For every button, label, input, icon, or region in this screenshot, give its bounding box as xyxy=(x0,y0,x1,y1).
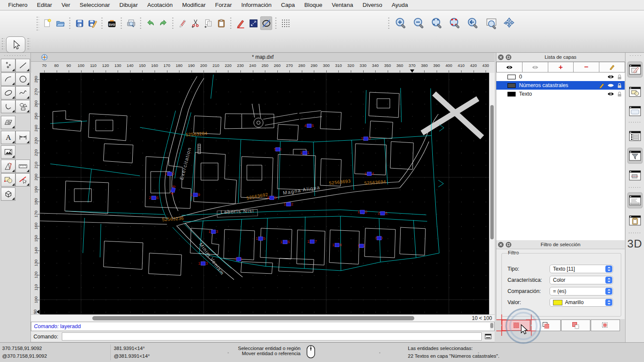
block-list-panel-toggle[interactable] xyxy=(627,84,643,100)
menu-ayuda[interactable]: Ayuda xyxy=(387,2,413,8)
modify-tool-button[interactable] xyxy=(1,173,15,187)
menu-ventana[interactable]: Ventana xyxy=(327,2,358,8)
dimension-tool-button[interactable] xyxy=(15,131,30,144)
history-scrollbar[interactable] xyxy=(490,323,494,330)
menu-informacion[interactable]: Información xyxy=(237,2,276,8)
detach-panel-icon[interactable] xyxy=(506,242,511,247)
polyline-tool-button[interactable] xyxy=(1,100,15,113)
undo-button[interactable] xyxy=(144,16,156,30)
layer-row[interactable]: Números catastrales xyxy=(496,81,625,90)
palette-handle[interactable] xyxy=(3,54,27,57)
shapes-tool-button[interactable] xyxy=(15,100,30,113)
new-file-button[interactable] xyxy=(41,16,53,30)
close-panel-icon[interactable] xyxy=(498,54,504,60)
cut-button[interactable] xyxy=(189,16,201,30)
property-editor-panel-toggle[interactable] xyxy=(627,128,643,144)
box3d-tool-button[interactable] xyxy=(1,187,15,201)
command-options-button[interactable] xyxy=(483,332,493,341)
layer-row[interactable]: Texto xyxy=(496,90,625,98)
history-scrollbar-thumb[interactable] xyxy=(490,323,493,328)
close-panel-icon[interactable] xyxy=(498,242,504,247)
menu-dibujar[interactable]: Dibujar xyxy=(115,2,143,8)
filter-dropdown[interactable]: Amarillo xyxy=(550,298,613,307)
horizontal-scrollbar-thumb[interactable] xyxy=(92,316,414,320)
measure-tool-button[interactable] xyxy=(15,160,30,173)
redo-button[interactable] xyxy=(157,16,169,30)
selection-tool-button[interactable] xyxy=(6,36,25,53)
drawing-canvas[interactable]: ExercitationMagna AliquaLaboris NisiMini… xyxy=(40,73,489,314)
filter-dropdown[interactable]: = (es) xyxy=(550,287,613,296)
select-matching-button[interactable] xyxy=(501,320,531,331)
library-browser-panel-toggle[interactable] xyxy=(627,103,643,119)
layer-visibility-icon[interactable] xyxy=(607,91,614,97)
vertical-scrollbar[interactable] xyxy=(489,73,495,314)
layer-lock-icon[interactable] xyxy=(617,91,622,97)
layer-edit-button[interactable] xyxy=(599,62,625,72)
pencil-button[interactable] xyxy=(234,16,246,30)
dropdown-stepper-icon[interactable] xyxy=(605,299,612,306)
points-tool-button[interactable] xyxy=(1,59,15,72)
layer-edit-icon[interactable] xyxy=(599,83,605,88)
spline-tool-button[interactable] xyxy=(15,86,30,100)
line-tool-button[interactable] xyxy=(15,59,30,72)
polyline-panel-toggle[interactable] xyxy=(627,167,643,184)
command-line-panel-toggle[interactable] xyxy=(627,192,643,208)
vertical-scrollbar-thumb[interactable] xyxy=(490,105,494,239)
menu-ver[interactable]: Ver xyxy=(57,2,75,8)
menu-modificar[interactable]: Modificar xyxy=(177,2,210,8)
print-preview-button[interactable] xyxy=(125,16,137,30)
menu-diverso[interactable]: Diverso xyxy=(358,2,387,8)
svg-export-button[interactable]: SVG xyxy=(106,16,118,30)
zoom-window-button[interactable] xyxy=(483,15,500,31)
menu-acotacion[interactable]: Acotación xyxy=(143,2,177,8)
menu-capa[interactable]: Capa xyxy=(276,2,300,8)
image-tool-button[interactable] xyxy=(1,145,15,159)
layer-lock-icon[interactable] xyxy=(617,83,622,88)
menu-seleccionar[interactable]: Seleccionar xyxy=(75,2,115,8)
horizontal-scrollbar[interactable]: 10 < 100 xyxy=(31,314,495,322)
layer-remove-button[interactable]: − xyxy=(573,62,599,72)
add-to-selection-button[interactable] xyxy=(531,320,560,331)
hatch-tool-button[interactable] xyxy=(1,116,15,129)
layer-row[interactable]: 0 xyxy=(496,72,625,81)
open-file-button[interactable] xyxy=(54,16,66,30)
menu-fichero[interactable]: Fichero xyxy=(3,2,32,8)
pan-button[interactable] xyxy=(501,15,518,31)
menu-bloque[interactable]: Bloque xyxy=(300,2,327,8)
hide-all-eye-button[interactable] xyxy=(522,62,548,72)
command-input[interactable] xyxy=(62,332,482,341)
dropdown-stepper-icon[interactable] xyxy=(605,265,612,272)
clipboard-panel-toggle[interactable] xyxy=(627,212,643,229)
dropdown-stepper-icon[interactable] xyxy=(605,277,612,284)
filter-dropdown[interactable]: Color xyxy=(550,276,613,284)
save-file-as-button[interactable] xyxy=(86,16,98,30)
selection-filter-panel-toggle[interactable] xyxy=(627,148,643,164)
line-properties-button[interactable] xyxy=(247,16,259,30)
toolbar-handle[interactable] xyxy=(1,37,4,51)
detach-panel-icon[interactable] xyxy=(506,54,511,60)
filter-dropdown[interactable]: Texto [11] xyxy=(550,265,613,273)
dock-handle[interactable] xyxy=(629,54,641,57)
layer-visibility-icon[interactable] xyxy=(607,83,614,88)
zoom-previous-button[interactable] xyxy=(465,15,482,31)
save-file-button[interactable] xyxy=(73,16,85,30)
deselect-all-button[interactable] xyxy=(260,16,272,30)
layer-visibility-icon[interactable] xyxy=(607,74,614,79)
erase-tool-button[interactable] xyxy=(15,173,30,187)
arc-tool-button[interactable] xyxy=(1,72,15,86)
layer-lock-icon[interactable] xyxy=(617,74,622,80)
drafting-tool-button[interactable] xyxy=(1,160,15,173)
layer-add-button[interactable]: + xyxy=(548,62,574,72)
paste-button[interactable] xyxy=(215,16,227,30)
layer-list-panel-toggle[interactable] xyxy=(627,61,643,78)
ellipse-tool-button[interactable] xyxy=(1,86,15,100)
copy-button[interactable] xyxy=(202,16,214,30)
eraser-button[interactable] xyxy=(176,16,188,30)
toolbar-handle[interactable] xyxy=(27,37,30,51)
intersect-selection-button[interactable] xyxy=(591,320,620,331)
menu-forzar[interactable]: Forzar xyxy=(210,2,237,8)
zoom-selection-button[interactable] xyxy=(447,15,464,31)
grid-snap-button[interactable] xyxy=(279,16,292,30)
dropdown-stepper-icon[interactable] xyxy=(605,288,612,295)
text-tool-button[interactable]: A xyxy=(1,131,15,144)
